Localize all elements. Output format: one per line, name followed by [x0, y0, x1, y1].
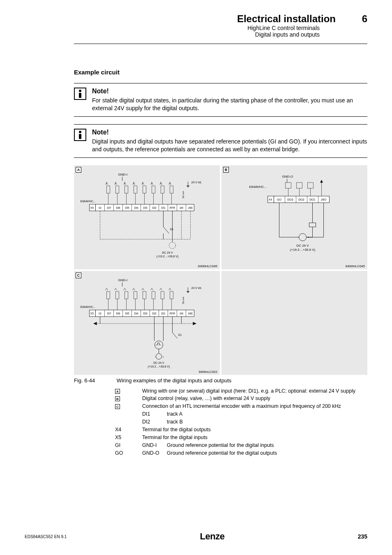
diagram-code-b: 8400HLC045: [346, 264, 365, 268]
svg-text:DO2: DO2: [298, 198, 304, 201]
page-number: 235: [358, 533, 367, 540]
svg-line-158: [173, 333, 178, 338]
svg-text:DI6: DI6: [116, 312, 120, 315]
header-title: Electrical installation: [237, 13, 336, 25]
svg-text:GND-O: GND-O: [282, 175, 293, 178]
gnd-label: GND-I: [118, 173, 128, 176]
svg-text:E84AVHC...: E84AVHC...: [81, 305, 96, 308]
example-heading: Example circuit: [74, 69, 367, 76]
cell-label-c: C: [76, 273, 81, 278]
svg-rect-39: [143, 186, 146, 193]
svg-text:X4: X4: [269, 198, 272, 201]
svg-rect-76: [308, 183, 314, 188]
svg-rect-95: [309, 223, 316, 227]
svg-marker-162: [193, 322, 196, 325]
svg-rect-72: [286, 183, 291, 188]
svg-rect-45: [161, 186, 164, 193]
svg-text:+: +: [308, 236, 309, 239]
svg-text:GO: GO: [277, 198, 281, 201]
header-chapter: 6: [362, 13, 367, 25]
svg-text:E84AVHC...: E84AVHC...: [249, 185, 267, 189]
svg-text:X5: X5: [90, 312, 94, 315]
svg-text:DC 24 V: DC 24 V: [153, 361, 164, 364]
svg-text:24I: 24I: [180, 312, 183, 315]
svg-text:GND-I: GND-I: [118, 278, 128, 282]
diagram-code-c: 8400xLC022: [199, 370, 217, 374]
svg-rect-42: [152, 186, 155, 193]
svg-rect-144: [161, 291, 164, 299]
note-text: For stable digital output states, in par…: [92, 97, 367, 112]
svg-text:DI1: DI1: [161, 312, 166, 315]
svg-text:S1: S1: [178, 333, 182, 336]
brand-logo: Lenze: [200, 531, 225, 542]
legend: AWiring with one (or several) digital in…: [115, 388, 367, 457]
cell-label-a: A: [76, 167, 81, 173]
svg-text:DI2: DI2: [152, 206, 157, 209]
header-sub2: Digital inputs and outputs: [0, 31, 320, 38]
svg-text:GI: GI: [99, 206, 101, 209]
svg-text:X5: X5: [90, 206, 94, 209]
svg-point-100: [299, 234, 307, 241]
note-title: Note!: [92, 129, 367, 136]
svg-point-65: [169, 242, 176, 249]
svg-rect-30: [116, 186, 119, 193]
svg-point-165: [156, 354, 162, 359]
diagram-code-a: 8400HLC045: [198, 264, 217, 268]
svg-text:RFR: RFR: [170, 312, 175, 315]
info-icon: [74, 129, 86, 141]
svg-text:24E: 24E: [188, 312, 193, 315]
svg-text:24 V int.: 24 V int.: [191, 287, 202, 289]
svg-text:RFR: RFR: [170, 206, 175, 209]
page-footer: EDS84ASC552 EN 9.1 Lenze 235: [0, 531, 392, 542]
svg-rect-136: [125, 291, 128, 299]
page-header: Electrical installation 6 HighLine C con…: [0, 0, 392, 41]
diagram-cell-b: B 8400HLC045 GND-O E84AVHC... X4: [221, 165, 367, 269]
svg-text:DI6: DI6: [116, 206, 120, 209]
legend-c: Connection of an HTL incremental encoder…: [142, 403, 341, 410]
svg-text:−: −: [155, 356, 157, 358]
svg-text:24 V int.: 24 V int.: [191, 181, 202, 184]
svg-text:DI7: DI7: [107, 206, 111, 209]
svg-text:(+19.2…+28.8 V): (+19.2…+28.8 V): [157, 255, 179, 258]
legend-a: Wiring with one (or several) digital inp…: [142, 388, 355, 395]
svg-marker-79: [321, 180, 323, 183]
svg-text:DI2: DI2: [152, 312, 157, 315]
svg-rect-48: [170, 186, 173, 193]
svg-rect-74: [297, 183, 302, 188]
diagram-cell-a: A 8400HLC045 GND-I X: [74, 165, 220, 269]
svg-rect-36: [134, 186, 137, 193]
svg-line-61: [164, 227, 169, 234]
svg-text:−: −: [298, 236, 300, 239]
svg-text:DO1: DO1: [309, 198, 316, 201]
svg-text:DI4: DI4: [134, 312, 138, 315]
svg-text:DC 24 V: DC 24 V: [296, 244, 309, 247]
note-box-1: Note! For stable digital output states, …: [74, 83, 367, 117]
svg-text:DC 24 V: DC 24 V: [162, 251, 173, 254]
diagram-cell-c: C 8400xLC022 GND-I E84AVHC... X5 GI DI7 …: [74, 271, 220, 375]
svg-text:24I: 24I: [180, 206, 183, 209]
svg-text:24E: 24E: [188, 206, 193, 209]
svg-text:(+19.2…+28.8 V): (+19.2…+28.8 V): [290, 248, 316, 252]
svg-text:DI5: DI5: [125, 312, 129, 315]
svg-marker-54: [187, 186, 189, 187]
header-rule: [74, 44, 367, 44]
cell-label-b: B: [223, 167, 229, 173]
svg-rect-134: [116, 291, 119, 299]
header-sub1: HighLine C control terminals: [0, 25, 320, 31]
svg-text:50 mA: 50 mA: [182, 191, 184, 198]
svg-text:(+19.2…+28.8 V): (+19.2…+28.8 V): [148, 365, 170, 368]
svg-rect-146: [170, 291, 173, 299]
svg-marker-151: [187, 291, 189, 293]
svg-text:DI3: DI3: [143, 312, 148, 315]
svg-text:DO3: DO3: [287, 198, 293, 201]
note-box-2: Note! Digital inputs and digital outputs…: [74, 124, 367, 158]
diagram-grid: A 8400HLC045 GND-I X: [74, 165, 367, 375]
svg-text:50 mA: 50 mA: [182, 296, 184, 303]
figure-caption: Fig. 6-44 Wiring examples of the digital…: [74, 377, 367, 384]
info-icon: [74, 88, 86, 100]
diagram-cell-blank: [221, 271, 367, 375]
svg-text:GI: GI: [99, 312, 101, 315]
note-text: Digital inputs and digital outputs have …: [92, 138, 367, 153]
svg-text:DI1: DI1: [161, 206, 166, 209]
figure-number: Fig. 6-44: [74, 377, 115, 384]
